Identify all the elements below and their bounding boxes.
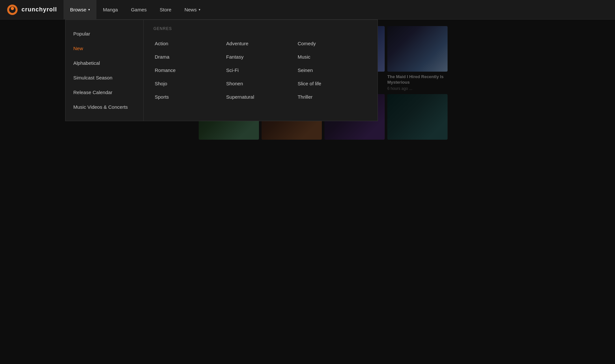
genre-comedy[interactable]: Comedy bbox=[296, 37, 368, 49]
nav-games[interactable]: Games bbox=[124, 0, 153, 20]
svg-point-2 bbox=[11, 7, 14, 10]
genre-adventure[interactable]: Adventure bbox=[225, 37, 296, 49]
genre-romance[interactable]: Romance bbox=[153, 64, 225, 76]
genre-slice-of-life[interactable]: Slice of life bbox=[296, 77, 368, 90]
browse-dropdown-right: GENRES Action Adventure Comedy Drama Fan… bbox=[144, 20, 378, 121]
genre-music[interactable]: Music bbox=[296, 51, 368, 63]
browse-new[interactable]: New bbox=[65, 41, 143, 56]
nav-manga[interactable]: Manga bbox=[96, 0, 124, 20]
browse-popular[interactable]: Popular bbox=[65, 26, 143, 41]
browse-simulcast[interactable]: Simulcast Season bbox=[65, 70, 143, 85]
genre-fantasy[interactable]: Fantasy bbox=[225, 51, 296, 63]
browse-dropdown: Popular New Alphabetical Simulcast Seaso… bbox=[65, 20, 378, 121]
browse-arrow-icon: ▾ bbox=[88, 8, 90, 11]
genre-scifi[interactable]: Sci-Fi bbox=[225, 64, 296, 76]
news-arrow-icon: ▾ bbox=[199, 8, 200, 11]
genre-sports[interactable]: Sports bbox=[153, 91, 225, 103]
genre-drama[interactable]: Drama bbox=[153, 51, 225, 63]
browse-release-calendar[interactable]: Release Calendar bbox=[65, 85, 143, 100]
genre-supernatural[interactable]: Supernatural bbox=[225, 91, 296, 103]
genre-action[interactable]: Action bbox=[153, 37, 225, 49]
navbar: crunchyroll Browse ▾ Manga Games Store N… bbox=[0, 0, 615, 20]
genre-shojo[interactable]: Shojo bbox=[153, 77, 225, 90]
genres-heading: GENRES bbox=[153, 26, 368, 31]
crunchyroll-logo-icon bbox=[7, 4, 18, 16]
nav-browse[interactable]: Browse ▾ bbox=[64, 0, 96, 20]
browse-music-videos[interactable]: Music Videos & Concerts bbox=[65, 100, 143, 114]
nav-store[interactable]: Store bbox=[153, 0, 178, 20]
genre-shonen[interactable]: Shonen bbox=[225, 77, 296, 90]
genre-seinen[interactable]: Seinen bbox=[296, 64, 368, 76]
logo-text: crunchyroll bbox=[21, 6, 57, 13]
browse-alphabetical[interactable]: Alphabetical bbox=[65, 56, 143, 70]
browse-dropdown-left: Popular New Alphabetical Simulcast Seaso… bbox=[65, 20, 144, 121]
logo[interactable]: crunchyroll bbox=[7, 4, 57, 16]
genre-thriller[interactable]: Thriller bbox=[296, 91, 368, 103]
genres-grid: Action Adventure Comedy Drama Fantasy Mu… bbox=[153, 37, 368, 103]
nav-news[interactable]: News ▾ bbox=[178, 0, 207, 20]
